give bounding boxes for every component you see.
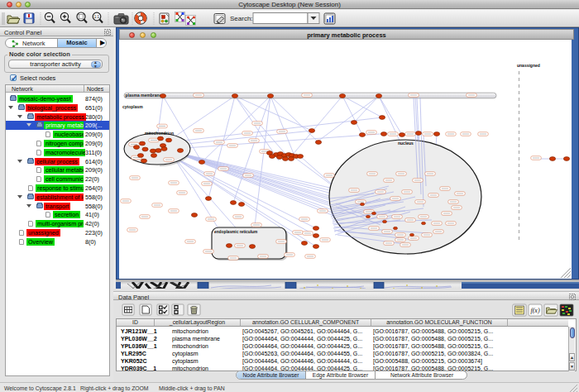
svg-text:f(x): f(x)	[530, 307, 539, 314]
svg-text:plasma membrane: plasma membrane	[126, 93, 162, 98]
svg-text:cytoplasm: cytoplasm	[122, 104, 143, 109]
svg-text:endoplasmic reticulum: endoplasmic reticulum	[214, 230, 257, 234]
svg-text:nucleus: nucleus	[398, 141, 414, 146]
svg-text:1:1: 1:1	[94, 15, 100, 19]
svg-text:mitochondrion: mitochondrion	[145, 131, 174, 136]
svg-text:unassigned: unassigned	[517, 63, 540, 68]
